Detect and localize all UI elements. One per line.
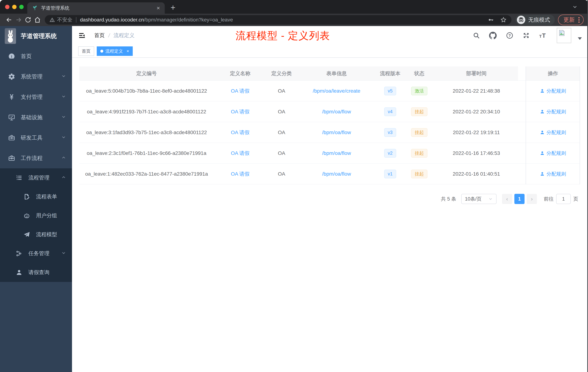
- reload-icon[interactable]: [23, 16, 33, 23]
- user-icon: [16, 269, 23, 276]
- sidebar-item-task-mgmt[interactable]: 任务管理: [0, 244, 72, 263]
- sidebar-item-label: 基础设施: [21, 114, 42, 121]
- column-header-actions: 操作: [526, 66, 580, 80]
- sidebar-item-process-mgmt[interactable]: 流程管理: [0, 168, 72, 187]
- favicon-plant-icon: [32, 5, 38, 11]
- close-window-button[interactable]: [5, 5, 10, 9]
- bookmark-star-icon[interactable]: [500, 17, 507, 23]
- assign-rule-button[interactable]: 分配规则: [540, 150, 566, 156]
- cell-definition-id: oa_leave:1:482ec033-762a-11ec-8477-a2380…: [79, 164, 214, 184]
- sidebar-item-dev-tools[interactable]: 研发工具: [0, 128, 72, 148]
- avatar-caret-icon[interactable]: [578, 37, 582, 40]
- fullscreen-icon[interactable]: [523, 32, 530, 39]
- assign-user-icon: [540, 151, 545, 156]
- url-divider: [76, 17, 76, 22]
- fixed-column-divider: [526, 66, 526, 184]
- assign-rule-button[interactable]: 分配规则: [540, 129, 566, 136]
- definition-name-link[interactable]: OA 请假: [231, 88, 250, 94]
- incognito-badge: 无痕模式: [515, 15, 555, 25]
- browser-update-button[interactable]: 更新: [558, 15, 584, 25]
- assign-rule-button[interactable]: 分配规则: [540, 88, 566, 94]
- tag-label: 首页: [82, 48, 91, 54]
- dashboard-icon: [8, 53, 16, 60]
- home-icon[interactable]: [33, 16, 42, 23]
- form-link[interactable]: /bpm/oa/flow: [322, 130, 351, 135]
- font-size-icon[interactable]: TT: [539, 32, 548, 39]
- definition-name-link[interactable]: OA 请假: [231, 129, 250, 136]
- sidebar-collapse-icon[interactable]: [78, 32, 86, 39]
- page-size-select[interactable]: 10条/页: [461, 194, 496, 204]
- definition-name-link[interactable]: OA 请假: [231, 171, 250, 177]
- main-area: 首页 / 流程定义 流程模型 - 定义列表 ? TT: [72, 26, 588, 372]
- tags-view-bar: 首页 流程定义 ×: [72, 45, 588, 58]
- search-icon[interactable]: [473, 32, 480, 39]
- tree-icon: [16, 250, 23, 257]
- address-bar[interactable]: 不安全 dashboard.yudao.iocoder.cn/bpm/manag…: [45, 15, 512, 25]
- current-page-button[interactable]: 1: [514, 194, 525, 204]
- security-label[interactable]: 不安全: [57, 16, 72, 23]
- avatar[interactable]: [557, 28, 571, 43]
- definition-name-link[interactable]: OA 请假: [231, 108, 250, 115]
- form-link[interactable]: /bpm/oa/flow: [322, 150, 351, 156]
- cell-definition-id: oa_leave:5:004b710b-7b8a-11ec-8ef0-acde4…: [79, 81, 214, 101]
- browser-tab[interactable]: 芋道管理系统 ×: [27, 2, 165, 14]
- next-page-button[interactable]: ›: [527, 194, 537, 204]
- sidebar-item-process-form[interactable]: 流程表单: [0, 187, 72, 206]
- breadcrumb-home[interactable]: 首页: [94, 32, 105, 39]
- security-warning-icon[interactable]: [50, 17, 55, 22]
- sidebar-item-label: 工作流程: [21, 154, 42, 162]
- minimize-window-button[interactable]: [12, 5, 17, 9]
- browser-menu-kebab-icon[interactable]: [578, 17, 580, 23]
- definition-name-link[interactable]: OA 请假: [231, 150, 250, 157]
- zoom-window-button[interactable]: [19, 5, 24, 9]
- column-header: 部署时间: [435, 66, 518, 80]
- prev-page-button[interactable]: ‹: [502, 194, 512, 204]
- tab-strip: 芋道管理系统 × +: [0, 0, 588, 14]
- sidebar-item-leave-query[interactable]: 请假查询: [0, 263, 72, 282]
- sidebar-item-payment[interactable]: 支付管理: [0, 87, 72, 107]
- sidebar-item-user-group[interactable]: 用户分组: [0, 206, 72, 225]
- new-tab-button[interactable]: +: [170, 3, 176, 12]
- assign-rule-button[interactable]: 分配规则: [540, 171, 566, 177]
- sidebar-item-infrastructure[interactable]: 基础设施: [0, 107, 72, 128]
- tab-search-chevron-icon[interactable]: [572, 4, 578, 10]
- breadcrumb-separator: /: [108, 33, 110, 39]
- sidebar-item-process-model[interactable]: 流程模型: [0, 225, 72, 244]
- annotation-title: 流程模型 - 定义列表: [236, 29, 330, 43]
- column-header: 状态: [404, 66, 435, 80]
- goto-page-input[interactable]: [556, 194, 571, 204]
- cell-actions: 分配规则: [526, 143, 580, 164]
- tag-label: 流程定义: [105, 48, 123, 54]
- cell-definition-id: oa_leave:2:3c1f0ef1-76b1-11ec-9c66-a2380…: [79, 143, 214, 164]
- cell-definition-id: oa_leave:4:991f2193-7b7f-11ec-a3c8-acde4…: [79, 101, 214, 122]
- assign-rule-button[interactable]: 分配规则: [540, 109, 566, 115]
- tag-home[interactable]: 首页: [78, 46, 94, 56]
- tag-close-icon[interactable]: ×: [126, 49, 129, 54]
- sidebar-item-workflow[interactable]: 工作流程: [0, 148, 72, 168]
- sidebar-header[interactable]: 芋道管理系统: [0, 26, 72, 46]
- help-icon[interactable]: ?: [506, 32, 514, 39]
- tag-process-definition[interactable]: 流程定义 ×: [97, 46, 133, 56]
- tab-close-icon[interactable]: ×: [157, 5, 160, 11]
- svg-text:T: T: [542, 33, 546, 39]
- cell-status: 挂起: [404, 101, 435, 122]
- sidebar-item-home[interactable]: 首页: [0, 46, 72, 66]
- update-label[interactable]: 更新: [563, 16, 575, 24]
- cell-version: v3: [377, 122, 404, 143]
- back-icon[interactable]: [4, 16, 14, 23]
- cell-actions: 分配规则: [526, 122, 580, 143]
- svg-text:?: ?: [508, 33, 511, 38]
- password-key-icon[interactable]: [488, 17, 494, 23]
- cell-definition-name: OA 请假: [214, 101, 267, 122]
- form-link[interactable]: /bpm/oa/leave/create: [313, 88, 360, 94]
- page-content: 定义编号定义名称定义分类表单信息流程版本状态部署时间操作oa_leave:5:0…: [72, 58, 588, 372]
- form-link[interactable]: /bpm/oa/flow: [322, 109, 351, 115]
- sidebar-item-system[interactable]: 系统管理: [0, 66, 72, 87]
- forward-icon[interactable]: [14, 16, 23, 23]
- github-icon[interactable]: [489, 32, 497, 39]
- table-gap: [518, 143, 526, 164]
- form-icon: [23, 193, 31, 200]
- form-link[interactable]: /bpm/oa/flow: [322, 171, 351, 177]
- cell-form-info: /bpm/oa/flow: [296, 164, 377, 184]
- cell-version: v1: [377, 164, 404, 184]
